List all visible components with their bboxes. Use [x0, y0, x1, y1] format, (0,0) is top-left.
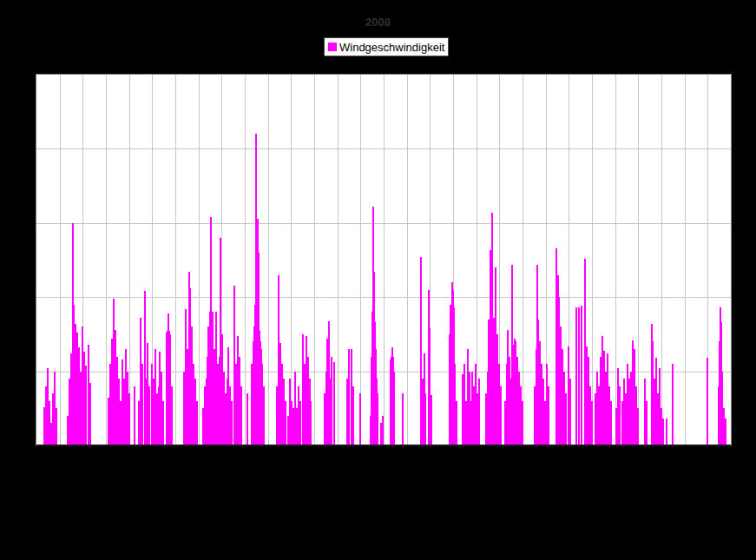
- wind-speed-bar: [555, 248, 557, 445]
- wind-speed-bar: [546, 364, 548, 445]
- wind-speed-bar: [185, 309, 187, 445]
- wind-speed-bar: [279, 343, 281, 445]
- wind-speed-bar: [595, 393, 596, 445]
- wind-speed-bar: [154, 349, 156, 445]
- wind-speed-bar: [83, 352, 85, 445]
- wind-speed-bar: [578, 307, 580, 445]
- wind-speed-bar: [621, 401, 623, 445]
- wind-speed-bar: [619, 386, 621, 445]
- wind-speed-bar: [299, 401, 301, 445]
- wind-speed-bar: [220, 238, 221, 445]
- wind-speed-bar: [518, 372, 520, 445]
- wind-speed-bar: [171, 386, 173, 445]
- wind-speed-bar: [122, 359, 123, 445]
- wind-speed-bar: [537, 320, 539, 445]
- wind-speed-bar: [509, 357, 510, 445]
- wind-speed-bar: [116, 357, 118, 445]
- wind-speed-bar: [429, 328, 431, 445]
- wind-speed-bar: [296, 408, 298, 445]
- wind-speed-bar: [217, 364, 219, 445]
- wind-speed-bar: [134, 386, 135, 445]
- wind-speed-bar: [560, 326, 562, 445]
- wind-speed-bar: [293, 408, 294, 445]
- wind-speed-bar: [89, 383, 91, 445]
- wind-speed-bar: [628, 379, 630, 445]
- wind-speed-bar: [520, 386, 522, 445]
- wind-speed-bar: [477, 393, 478, 445]
- wind-speed-bar: [380, 423, 382, 445]
- wind-speed-bar: [202, 408, 204, 445]
- wind-speed-bar: [223, 372, 225, 445]
- wind-speed-bar: [210, 217, 212, 445]
- wind-speed-bar: [153, 379, 154, 445]
- wind-speed-bar: [662, 418, 664, 445]
- wind-speed-bar: [69, 379, 70, 445]
- wind-speed-bar: [473, 386, 475, 445]
- wind-speed-bar: [231, 401, 233, 445]
- wind-speed-bar: [207, 326, 209, 445]
- wind-speed-bar: [581, 306, 582, 445]
- wind-speed-bar: [420, 257, 422, 445]
- wind-speed-bar: [654, 379, 655, 445]
- wind-speed-bar: [617, 368, 619, 445]
- wind-speed-bar: [456, 401, 457, 445]
- wind-speed-bar: [602, 336, 603, 445]
- wind-speed-bar: [193, 364, 194, 445]
- wind-speed-bar: [156, 393, 158, 445]
- plot-area: [36, 74, 732, 446]
- wind-speed-bar: [54, 372, 56, 445]
- wind-speed-bar: [630, 372, 632, 445]
- wind-speed-bar: [215, 312, 217, 445]
- wind-speed-bar: [475, 364, 477, 445]
- wind-speed-bar: [138, 401, 140, 445]
- wind-speed-bar: [204, 386, 206, 445]
- wind-speed-bar: [82, 326, 83, 445]
- wind-speed-bar: [235, 364, 237, 445]
- wind-speed-bar: [70, 353, 72, 445]
- wind-speed-bar: [144, 291, 146, 445]
- wind-speed-bar: [283, 379, 285, 445]
- wind-speed-bar: [47, 368, 49, 445]
- chart-plot: [36, 75, 731, 445]
- wind-speed-bar: [239, 357, 240, 445]
- wind-speed-bar: [333, 362, 335, 445]
- chart-window: 2008 Windgeschwindigkeit: [0, 0, 756, 560]
- wind-speed-bar: [123, 379, 125, 445]
- wind-speed-bar: [562, 349, 563, 445]
- wind-speed-bar: [328, 321, 330, 445]
- wind-speed-bar: [128, 393, 130, 445]
- wind-speed-bar: [382, 416, 384, 445]
- wind-speed-bar: [462, 374, 463, 445]
- wind-speed-bar: [294, 372, 296, 445]
- wind-speed-bar: [610, 401, 612, 445]
- wind-speed-bar: [507, 330, 509, 445]
- wind-speed-bar: [635, 386, 637, 445]
- wind-speed-bar: [558, 297, 560, 445]
- wind-speed-bar: [534, 386, 536, 445]
- wind-speed-bar: [276, 386, 278, 445]
- wind-speed-bar: [568, 346, 569, 445]
- wind-speed-bar: [281, 364, 283, 445]
- wind-speed-bar: [596, 372, 598, 445]
- windgeschwindigkeit-swatch-icon: [328, 43, 337, 51]
- wind-speed-bar: [377, 393, 378, 445]
- wind-speed-bar: [108, 398, 109, 445]
- wind-speed-bar: [302, 334, 304, 445]
- wind-speed-bar: [120, 401, 122, 445]
- wind-speed-bar: [632, 340, 634, 445]
- wind-speed-bar: [490, 250, 491, 445]
- wind-speed-bar: [127, 372, 128, 445]
- wind-speed-bar: [493, 318, 495, 445]
- wind-speed-bar: [584, 259, 586, 445]
- wind-speed-bar: [402, 393, 404, 445]
- wind-speed-bar: [169, 334, 171, 445]
- wind-speed-bar: [598, 386, 600, 445]
- wind-speed-bar: [212, 312, 214, 445]
- wind-speed-bar: [625, 393, 627, 445]
- wind-speed-bar: [588, 357, 589, 445]
- wind-speed-bar: [247, 393, 248, 445]
- chart-title: 2008: [0, 16, 756, 29]
- wind-speed-bar: [141, 364, 143, 445]
- wind-speed-bar: [140, 318, 141, 445]
- wind-speed-bar: [125, 349, 127, 445]
